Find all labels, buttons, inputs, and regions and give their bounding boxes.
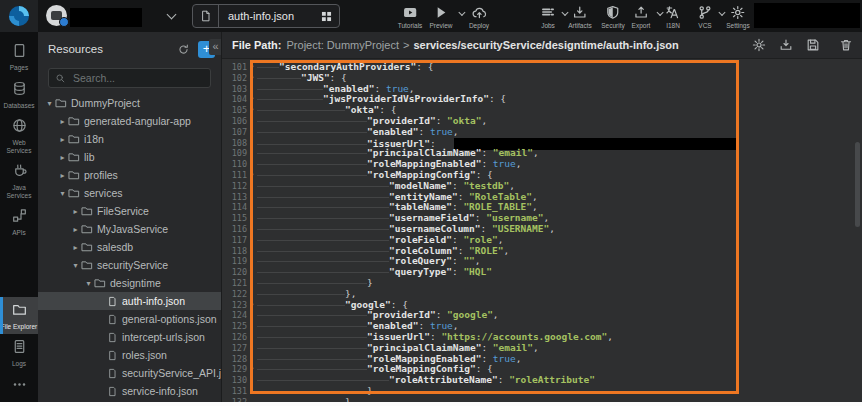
tree-item-service-info-json[interactable]: service-info.json	[38, 382, 221, 400]
tree-caret-icon[interactable]: ▸	[57, 135, 68, 144]
sidebar-item-pages[interactable]: Pages	[0, 38, 38, 76]
fold-toggle-icon[interactable]: ▾	[247, 105, 257, 116]
fold-toggle-icon[interactable]: ▾	[247, 300, 257, 311]
tree-item-roles-json[interactable]: roles.json	[38, 346, 221, 364]
folder-icon	[94, 277, 106, 289]
toolbar-label: Deploy	[469, 22, 489, 29]
sidebar-item-label: Web Services	[0, 139, 38, 154]
sidebar-item-more[interactable]	[0, 372, 38, 400]
code-line: 123▾"google": {	[222, 300, 862, 311]
search-input[interactable]	[71, 71, 204, 85]
tree-item-i18n[interactable]: ▸i18n	[38, 130, 221, 148]
code-editor[interactable]: 101▾"secondaryAuthProviders": {102▾"JWS"…	[222, 59, 862, 406]
toolbar-security-button[interactable]: Security	[601, 4, 624, 29]
file-settings-gear-icon[interactable]	[751, 37, 767, 53]
tree-item-dummyproject[interactable]: ▾DummyProject	[38, 94, 221, 112]
save-file-icon[interactable]	[805, 37, 821, 53]
tree-caret-icon[interactable]: ▸	[70, 243, 81, 252]
sidebar-item-logs[interactable]: Logs	[0, 334, 38, 372]
up-tray-icon	[632, 4, 651, 20]
toolbar-export-button[interactable]: Export	[632, 4, 651, 29]
collapse-panel-button[interactable]: «	[209, 39, 222, 55]
tree-caret-icon[interactable]: ▸	[57, 153, 68, 162]
sidebar-item-databases[interactable]: Databases	[0, 76, 38, 114]
fold-toggle-icon[interactable]: ▾	[247, 94, 257, 105]
project-chevron-down-icon[interactable]	[167, 10, 177, 20]
line-number: 115	[222, 213, 247, 224]
sidebar-item-label: Databases	[0, 102, 38, 110]
tree-item-designtime[interactable]: ▾designtime	[38, 274, 221, 292]
tree-caret-icon[interactable]: ▸	[57, 171, 68, 180]
tree-item-lib[interactable]: ▸lib	[38, 148, 221, 166]
tree-item-services[interactable]: ▾services	[38, 184, 221, 202]
editor-scrollbar-thumb[interactable]	[855, 142, 860, 227]
line-number: 126	[222, 332, 247, 343]
toolbar-vcs-button[interactable]: VCS	[698, 4, 713, 29]
line-number: 123	[222, 300, 247, 311]
fold-toggle-icon[interactable]: ▾	[247, 62, 257, 73]
line-number: 107	[222, 127, 247, 138]
tree-item-intercept-urls-json[interactable]: intercept-urls.json	[38, 328, 221, 346]
translate-icon	[666, 4, 681, 20]
line-number: 112	[222, 181, 247, 192]
tree-item-auth-info-json[interactable]: auth-info.json	[38, 292, 221, 310]
tree-caret-icon[interactable]: ▾	[44, 99, 55, 108]
toolbar-label: VCS	[698, 22, 713, 29]
globe-icon	[12, 118, 27, 133]
toolbar-tutorials-button[interactable]: Tutorials	[398, 4, 423, 29]
code-line: 120"queryType": "HQL"	[222, 267, 862, 278]
tree-item-generated-angular-app[interactable]: ▸generated-angular-app	[38, 112, 221, 130]
delete-file-icon[interactable]	[838, 37, 854, 53]
toolbar-i18n-button[interactable]: I18N	[666, 4, 681, 29]
project-avatar[interactable]	[46, 5, 67, 26]
fold-toggle-icon[interactable]: ▾	[247, 170, 257, 181]
toolbar-settings-button[interactable]: Settings	[726, 4, 750, 29]
line-number: 106	[222, 116, 247, 127]
line-number: 104	[222, 94, 247, 105]
refresh-icon[interactable]	[174, 40, 192, 58]
sidebar-item-web-services[interactable]: Web Services	[0, 113, 38, 158]
tree-item-myjavaservice[interactable]: ▸MyJavaService	[38, 220, 221, 238]
tree-caret-icon[interactable]: ▾	[83, 279, 94, 288]
tree-item-fileservice[interactable]: ▸FileService	[38, 202, 221, 220]
sidebar-item-apis[interactable]: APIs	[0, 203, 38, 241]
code-line: 117"roleField": "role",	[222, 235, 862, 246]
file-path-project: Project: DummyProject	[287, 39, 399, 51]
tree-item-securityservice[interactable]: ▾securityService	[38, 256, 221, 274]
toolbar-jobs-button[interactable]: Jobs	[541, 4, 556, 29]
tree-item-securityservice-api-json[interactable]: securityService_API.json	[38, 364, 221, 382]
line-number: 114	[222, 202, 247, 213]
fold-toggle-icon[interactable]: ▾	[247, 364, 257, 375]
toolbar-deploy-button[interactable]: Deploy	[469, 4, 489, 29]
download-file-icon[interactable]	[778, 37, 794, 53]
search-icon	[55, 73, 66, 84]
down-tray-icon	[568, 4, 591, 20]
line-number: 102	[222, 73, 247, 84]
sidebar-item-file-explorer[interactable]: File Explorer	[0, 297, 38, 335]
tree-caret-icon[interactable]: ▸	[70, 225, 81, 234]
fold-toggle-icon[interactable]: ▾	[247, 73, 257, 84]
folder-icon	[81, 205, 93, 217]
toolbar-preview-button[interactable]: Preview	[429, 4, 452, 29]
branch-icon	[698, 4, 713, 20]
tree-caret-icon[interactable]: ▾	[57, 189, 68, 198]
tree-item-label: profiles	[84, 169, 118, 181]
code-line: 110"roleMappingEnabled": true,	[222, 159, 862, 170]
tree-caret-icon[interactable]: ▸	[70, 207, 81, 216]
fold-toggle-icon	[247, 310, 257, 321]
sidebar-item-label: Pages	[0, 64, 38, 72]
sidebar-item-java-services[interactable]: Java Services	[0, 158, 38, 203]
open-file-tab[interactable]: auth-info.json	[192, 4, 340, 28]
tree-caret-icon[interactable]: ▸	[57, 117, 68, 126]
tree-item-profiles[interactable]: ▸profiles	[38, 166, 221, 184]
tree-item-salesdb[interactable]: ▸salesdb	[38, 238, 221, 256]
toolbar-label: I18N	[666, 22, 681, 29]
code-line: 106"providerId": "okta",	[222, 116, 862, 127]
grid-view-button[interactable]	[313, 10, 339, 23]
fold-toggle-icon	[247, 159, 257, 170]
tree-item-general-options-json[interactable]: general-options.json	[38, 310, 221, 328]
chevron-down-icon	[718, 9, 725, 16]
toolbar-artifacts-button[interactable]: Artifacts	[568, 4, 591, 29]
app-logo[interactable]	[0, 0, 38, 32]
tree-caret-icon[interactable]: ▾	[70, 261, 81, 270]
